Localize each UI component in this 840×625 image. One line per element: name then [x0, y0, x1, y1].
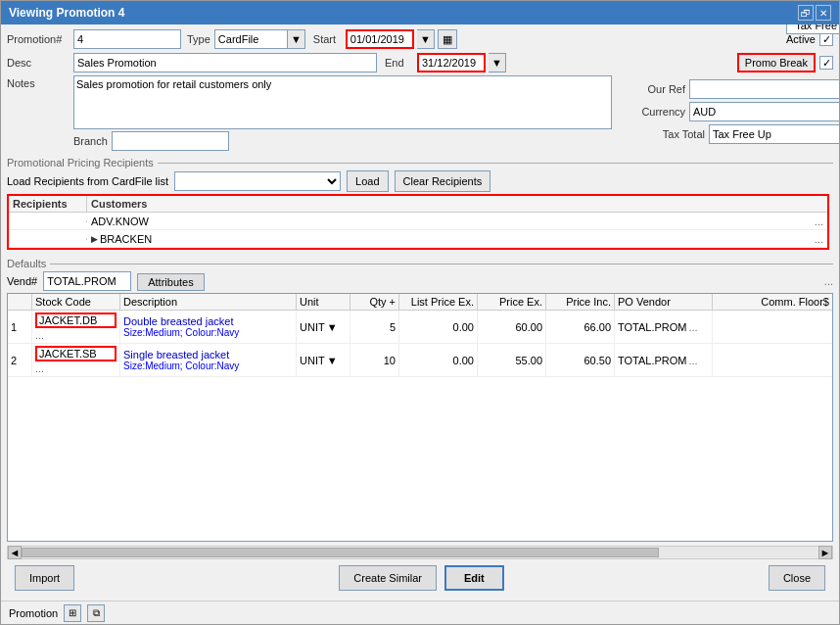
branch-row: Branch: [7, 131, 612, 151]
active-block: Active ✓: [786, 32, 833, 46]
table-row[interactable]: 2 JACKET.SB ... Single breasted jacket S…: [8, 344, 832, 377]
desc-row: Desc End ▼ Promo Break ✓: [7, 52, 833, 73]
recipients-divider: Promotional Pricing Recipients: [7, 157, 833, 168]
products-table: Stock Code Description Unit Qty + List P…: [7, 293, 833, 542]
col-qty: Qty +: [350, 294, 399, 310]
scroll-thumb[interactable]: [22, 548, 659, 557]
col-list-price: List Price Ex.: [399, 294, 478, 310]
row-comm: [713, 311, 832, 343]
notes-textarea[interactable]: Sales promotion for retail customers onl…: [73, 75, 612, 129]
row-description: Double breasted jacket Size:Medium; Colo…: [120, 311, 297, 343]
notes-label: Notes: [7, 75, 73, 89]
start-date-arrow[interactable]: ▼: [417, 29, 435, 49]
load-label: Load Recipients from CardFile list: [7, 175, 168, 187]
our-ref-input[interactable]: [689, 79, 839, 99]
horizontal-scrollbar[interactable]: ◄ ►: [7, 546, 833, 559]
stock-ellipsis[interactable]: ...: [35, 362, 117, 374]
desc-label: Desc: [7, 57, 73, 69]
stock-ellipsis[interactable]: ...: [35, 329, 117, 341]
unit-dropdown-arrow[interactable]: ▼: [327, 321, 338, 333]
promo-break-block: Promo Break ✓: [737, 53, 833, 72]
start-date-input[interactable]: [346, 29, 414, 49]
row-price-ex: 55.00: [478, 344, 546, 376]
scroll-right-button[interactable]: ►: [818, 546, 832, 559]
type-input[interactable]: [214, 29, 288, 49]
notes-section: Notes Sales promotion for retail custome…: [7, 75, 612, 151]
main-window: Viewing Promotion 4 🗗 ✕ Promotion# Type …: [0, 0, 840, 625]
tab-attributes-label: Attributes: [148, 276, 193, 288]
table-row[interactable]: 1 JACKET.DB ... Double breasted jacket S…: [8, 311, 832, 344]
vend-input[interactable]: [43, 271, 131, 291]
load-button[interactable]: Load: [347, 170, 388, 192]
create-similar-button[interactable]: Create Similar: [339, 565, 437, 591]
start-label: Start: [313, 33, 343, 45]
tax-total-row: Tax Total Tax Free Up: [622, 124, 839, 144]
row-unit: UNIT ▼: [297, 311, 350, 343]
col-stock-code: Stock Code: [32, 294, 120, 310]
row-price-inc: 66.00: [546, 311, 615, 343]
load-dropdown[interactable]: [174, 171, 341, 191]
load-row: Load Recipients from CardFile list Load …: [7, 170, 833, 192]
unit-dropdown-arrow[interactable]: ▼: [327, 355, 338, 366]
end-date-input[interactable]: [417, 53, 486, 72]
promo-number-input[interactable]: [73, 29, 181, 49]
row-ellipsis[interactable]: ...: [815, 233, 823, 245]
tax-total-dropdown[interactable]: Tax Free Up: [709, 124, 839, 144]
vend-label: Vend#: [7, 275, 37, 287]
expand-arrow-icon[interactable]: ▶: [91, 234, 98, 244]
active-checkbox[interactable]: ✓: [819, 32, 833, 46]
vendor-ellipsis[interactable]: ...: [689, 321, 698, 333]
copy-icon[interactable]: ⧉: [87, 604, 105, 622]
row-stock-code: JACKET.DB ...: [32, 311, 120, 343]
tax-total-select[interactable]: Tax Free Up: [709, 124, 839, 144]
row-description: Single breasted jacket Size:Medium; Colo…: [120, 344, 297, 376]
restore-button[interactable]: 🗗: [798, 5, 814, 21]
currency-input[interactable]: [689, 102, 839, 121]
desc-name-value: Double breasted jacket: [123, 315, 293, 327]
grid-icon[interactable]: ⊞: [64, 604, 81, 622]
our-ref-row: Our Ref: [622, 79, 839, 99]
table-row[interactable]: ADV.KNOW ...: [9, 213, 827, 230]
type-dropdown[interactable]: ▼: [214, 29, 305, 49]
status-bar: Promotion ⊞ ⧉: [1, 601, 839, 624]
cust-cell: ADV.KNOW ...: [87, 215, 827, 228]
recipients-table: Recipients Customers ADV.KNOW ... ▶ BRAC…: [7, 194, 829, 250]
desc-input[interactable]: [73, 53, 377, 72]
edit-button[interactable]: Edit: [444, 565, 504, 591]
notes-row: Notes Sales promotion for retail custome…: [7, 75, 612, 129]
vendor-ellipsis[interactable]: ...: [689, 355, 698, 366]
cardfile-list-select[interactable]: [174, 171, 341, 191]
row-unit: UNIT ▼: [297, 344, 350, 376]
scroll-track[interactable]: [22, 548, 818, 557]
products-table-header: Stock Code Description Unit Qty + List P…: [8, 294, 832, 311]
unit-value: UNIT: [300, 355, 325, 366]
end-date-arrow[interactable]: ▼: [489, 53, 506, 72]
end-date-dropdown[interactable]: ▼: [489, 53, 506, 72]
promo-row: Promotion# Type ▼ Start ▼ ▦: [7, 28, 833, 50]
row-price-ex: 60.00: [478, 311, 546, 343]
row-ellipsis[interactable]: ...: [815, 216, 823, 227]
close-window-button[interactable]: ✕: [816, 5, 831, 21]
import-button[interactable]: Import: [15, 565, 74, 591]
our-ref-label: Our Ref: [622, 83, 685, 95]
row-po-vendor: TOTAL.PROM ...: [615, 344, 713, 376]
scroll-left-button[interactable]: ◄: [8, 546, 22, 559]
promo-label: Promotion#: [7, 33, 73, 45]
window-title: Viewing Promotion 4: [9, 6, 124, 20]
active-label: Active: [786, 33, 816, 45]
table-row[interactable]: ▶ BRACKEN ...: [9, 230, 827, 248]
type-dropdown-arrow[interactable]: ▼: [288, 29, 305, 49]
unit-value: UNIT: [300, 321, 325, 333]
close-button[interactable]: Close: [769, 565, 825, 591]
tab-attributes[interactable]: Attributes: [137, 273, 204, 291]
start-block: Start ▼ ▦: [313, 29, 457, 49]
po-vendor-value: TOTAL.PROM: [618, 321, 687, 333]
title-bar: Viewing Promotion 4 🗗 ✕: [1, 1, 839, 24]
start-date-dropdown[interactable]: ▼: [417, 29, 435, 49]
promo-break-button[interactable]: Promo Break: [737, 53, 816, 72]
branch-input[interactable]: [112, 131, 229, 151]
promo-break-checkbox[interactable]: ✓: [819, 56, 833, 70]
start-calendar-icon[interactable]: ▦: [438, 29, 457, 49]
recipients-section: Promotional Pricing Recipients Load Reci…: [7, 153, 833, 250]
clear-recipients-button[interactable]: Clear Recipients: [395, 170, 491, 192]
